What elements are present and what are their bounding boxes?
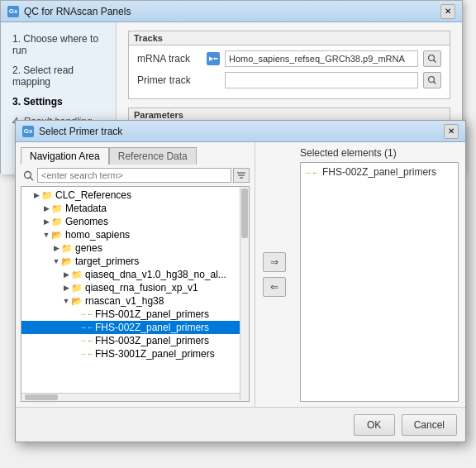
toggle-genes[interactable]: ▶ xyxy=(51,242,61,254)
tree-label-genomes: Genomes xyxy=(65,216,108,227)
tree-item-fhs003[interactable]: →← FHS-003Z_panel_primers xyxy=(21,334,249,347)
fg-body: Navigation Area Reference Data xyxy=(16,142,465,407)
mrna-track-label: mRNA track xyxy=(137,53,202,64)
primer-browse-button[interactable] xyxy=(423,72,441,88)
tab-reference-data[interactable]: Reference Data xyxy=(109,147,197,165)
tree-label-clc-references: CLC_References xyxy=(55,189,131,201)
search-icon xyxy=(21,168,36,183)
bg-titlebar: Gx QC for RNAscan Panels ✕ xyxy=(1,1,462,22)
tree-label-fhs003: FHS-003Z_panel_primers xyxy=(95,335,209,346)
folder-icon-rnascan: 📂 xyxy=(71,295,83,307)
add-to-selected-button[interactable]: ⇒ xyxy=(263,252,286,272)
mrna-track-icon: ▶⬅ xyxy=(207,52,220,65)
tree-label-homo-sapiens: homo_sapiens xyxy=(65,229,130,241)
step-num: 2. xyxy=(12,64,23,76)
tree-label-qiaseq-rna: qiaseq_rna_fusion_xp_v1 xyxy=(85,282,198,294)
selected-item-icon-fhs002: →← xyxy=(304,166,319,178)
folder-icon-genes: 📁 xyxy=(61,242,73,254)
folder-icon-qiaseq-rna: 📁 xyxy=(71,282,83,294)
tree-item-target-primers[interactable]: ▼ 📂 target_primers xyxy=(21,255,249,268)
folder-icon-genomes: 📁 xyxy=(51,216,63,227)
svg-line-5 xyxy=(30,177,33,180)
selected-list: →← FHS-002Z_panel_primers xyxy=(300,162,459,402)
selected-elements-label: Selected elements (1) xyxy=(300,147,459,159)
tree-item-fhs001[interactable]: →← FHS-001Z_panel_primers xyxy=(21,308,249,321)
toggle-clc-references[interactable]: ▶ xyxy=(31,189,41,201)
tracks-group: Tracks mRNA track ▶⬅ Homo_sapiens_refseq… xyxy=(128,31,450,99)
tree-item-homo-sapiens[interactable]: ▼ 📂 homo_sapiens xyxy=(21,228,249,241)
tree-item-fhs3001[interactable]: →← FHS-3001Z_panel_primers xyxy=(21,347,249,361)
fg-app-icon: Gx xyxy=(22,126,34,137)
right-panel: Selected elements (1) →← FHS-002Z_panel_… xyxy=(293,142,465,407)
filter-button[interactable] xyxy=(233,168,250,183)
toggle-target-primers[interactable]: ▼ xyxy=(51,255,61,267)
primer-track-value xyxy=(225,72,418,88)
selected-list-item-fhs002: →← FHS-002Z_panel_primers xyxy=(304,165,455,179)
cancel-button[interactable]: Cancel xyxy=(402,414,457,436)
primer-track-row: Primer track xyxy=(137,72,441,88)
tree-item-clc-references[interactable]: ▶ 📁 CLC_References xyxy=(21,189,249,202)
toggle-genomes[interactable]: ▶ xyxy=(41,216,51,227)
mrna-track-value: Homo_sapiens_refseq_GRCh38.p9_mRNA xyxy=(225,50,418,67)
tree-label-qiaseq-dna: qiaseq_dna_v1.0_hg38_no_al... xyxy=(85,269,226,280)
tree-label-rnascan: rnascan_v1_hg38 xyxy=(85,295,164,307)
sidebar-item-settings[interactable]: 3. Settings xyxy=(9,92,107,112)
tree-item-metadata[interactable]: ▶ 📁 Metadata xyxy=(21,202,249,215)
search-input[interactable] xyxy=(37,168,231,183)
tree-item-fhs002[interactable]: →← FHS-002Z_panel_primers xyxy=(21,321,249,334)
tree-item-genes[interactable]: ▶ 📁 genes xyxy=(21,241,249,255)
tree-label-genes: genes xyxy=(75,242,102,254)
mrna-track-row: mRNA track ▶⬅ Homo_sapiens_refseq_GRCh38… xyxy=(137,50,441,67)
hscrollbar[interactable] xyxy=(21,393,240,401)
step-num: 1. xyxy=(12,33,23,45)
primer-icon-fhs001: →← xyxy=(81,308,93,320)
fg-close-button[interactable]: ✕ xyxy=(444,124,459,139)
folder-icon-metadata: 📁 xyxy=(51,203,63,214)
fg-dialog-title: Select Primer track xyxy=(39,126,439,137)
svg-line-3 xyxy=(434,82,436,84)
tracks-group-body: mRNA track ▶⬅ Homo_sapiens_refseq_GRCh38… xyxy=(129,45,450,98)
toggle-qiaseq-rna[interactable]: ▶ xyxy=(61,282,71,294)
sidebar-item-choose[interactable]: 1. Choose where to run xyxy=(9,29,107,60)
tree-label-fhs3001: FHS-3001Z_panel_primers xyxy=(95,348,215,360)
primer-track-label: Primer track xyxy=(137,74,202,86)
tree-container: ▶ 📁 CLC_References ▶ 📁 Metadata xyxy=(21,186,250,402)
svg-point-2 xyxy=(429,77,435,83)
mrna-browse-button[interactable] xyxy=(423,50,441,67)
toggle-homo-sapiens[interactable]: ▼ xyxy=(41,229,51,241)
folder-icon-clc-references: 📁 xyxy=(41,189,53,201)
selected-item-label-fhs002: FHS-002Z_panel_primers xyxy=(322,166,436,178)
fg-dialog: Gx Select Primer track ✕ Navigation Area… xyxy=(15,120,466,442)
bg-close-button[interactable]: ✕ xyxy=(440,4,455,19)
hscrollbar-thumb[interactable] xyxy=(25,394,58,400)
toggle-metadata[interactable]: ▶ xyxy=(41,203,51,214)
ok-button[interactable]: OK xyxy=(354,414,395,436)
remove-from-selected-button[interactable]: ⇐ xyxy=(263,277,286,297)
tab-navigation-area[interactable]: Navigation Area xyxy=(21,147,109,165)
tree-scroll[interactable]: ▶ 📁 CLC_References ▶ 📁 Metadata xyxy=(21,187,249,401)
tree-item-genomes[interactable]: ▶ 📁 Genomes xyxy=(21,215,249,228)
primer-icon-fhs003: →← xyxy=(81,335,93,346)
tree-item-rnascan[interactable]: ▼ 📂 rnascan_v1_hg38 xyxy=(21,294,249,308)
tree-label-fhs001: FHS-001Z_panel_primers xyxy=(95,308,209,320)
sidebar-item-mapping[interactable]: 2. Select read mapping xyxy=(9,60,107,92)
tree-item-qiaseq-dna[interactable]: ▶ 📁 qiaseq_dna_v1.0_hg38_no_al... xyxy=(21,268,249,281)
tree-item-qiaseq-rna[interactable]: ▶ 📁 qiaseq_rna_fusion_xp_v1 xyxy=(21,281,249,294)
tab-bar: Navigation Area Reference Data xyxy=(21,147,250,165)
tree-label-target-primers: target_primers xyxy=(75,255,139,267)
folder-icon-homo-sapiens: 📂 xyxy=(51,229,63,241)
scrollbar-thumb[interactable] xyxy=(241,189,248,238)
left-panel: Navigation Area Reference Data xyxy=(16,142,255,407)
folder-icon-target-primers: 📂 xyxy=(61,255,73,267)
bg-window-title: QC for RNAscan Panels xyxy=(24,6,436,17)
tree-label-metadata: Metadata xyxy=(65,203,107,214)
toggle-rnascan[interactable]: ▼ xyxy=(61,295,71,307)
toggle-qiaseq-dna[interactable]: ▶ xyxy=(61,269,71,280)
search-bar xyxy=(21,168,250,183)
bg-app-icon: Gx xyxy=(7,6,19,17)
svg-point-4 xyxy=(24,171,31,178)
svg-point-0 xyxy=(429,55,435,61)
primer-icon-fhs3001: →← xyxy=(81,348,93,360)
step-num: 3. xyxy=(12,96,23,107)
middle-panel: ⇒ ⇐ xyxy=(255,142,293,407)
